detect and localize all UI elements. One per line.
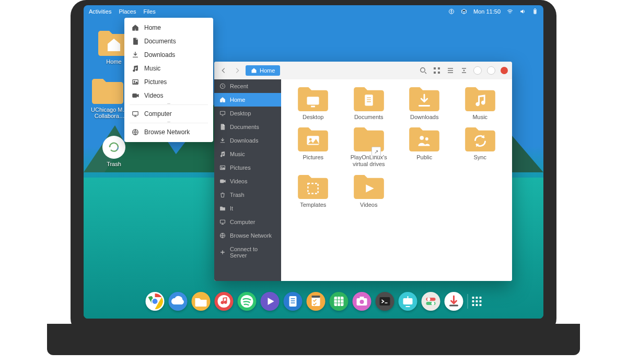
dock-video[interactable] xyxy=(261,292,280,311)
desktop-icon-trash[interactable]: Trash xyxy=(102,136,125,167)
sidebar-item-desktop[interactable]: Desktop xyxy=(214,107,281,120)
svg-rect-39 xyxy=(403,298,413,304)
sidebar-item-recent[interactable]: Recent xyxy=(214,79,281,93)
places-item-label: Browse Network xyxy=(144,128,190,136)
hamburger-menu-button[interactable] xyxy=(460,66,468,75)
sidebar-item-label: Documents xyxy=(230,124,259,130)
folder-label: Documents xyxy=(354,114,384,121)
dock-tasks[interactable] xyxy=(307,292,326,311)
sidebar-item-pictures[interactable]: Pictures xyxy=(214,161,281,174)
nav-forward-button[interactable] xyxy=(232,65,242,76)
home-icon xyxy=(132,24,139,31)
trash-icon xyxy=(219,192,226,198)
folder-sync[interactable]: Sync xyxy=(452,126,508,168)
folder-playonlinux-s-virtual-drives[interactable]: PlayOnLinux's virtual drives xyxy=(341,126,397,168)
folder-videos[interactable]: Videos xyxy=(341,173,397,208)
folder-label: Music xyxy=(472,114,487,121)
battery-icon[interactable] xyxy=(532,8,538,15)
places-item-label: Pictures xyxy=(144,78,167,86)
places-item-downloads[interactable]: Downloads xyxy=(124,48,213,62)
sidebar-item-label: Desktop xyxy=(230,110,251,116)
window-maximize-button[interactable] xyxy=(487,66,495,75)
dock-terminal[interactable] xyxy=(376,292,394,311)
sidebar-item-connect-to-server[interactable]: Connect to Server xyxy=(214,242,281,262)
folder-label: Downloads xyxy=(410,114,438,121)
dock-camera[interactable] xyxy=(353,292,371,311)
dock-document[interactable] xyxy=(284,292,303,311)
svg-rect-37 xyxy=(360,297,364,299)
folder-label: Videos xyxy=(360,202,377,208)
home-icon xyxy=(251,67,257,74)
view-grid-button[interactable] xyxy=(433,66,441,75)
svg-rect-15 xyxy=(434,72,436,74)
accessibility-icon[interactable] xyxy=(448,8,455,15)
nav-back-button[interactable] xyxy=(218,65,229,76)
dock-software[interactable] xyxy=(399,292,417,311)
pathbar-home-chip[interactable]: Home xyxy=(246,65,280,76)
topbar-activities[interactable]: Activities xyxy=(89,8,111,15)
svg-rect-10 xyxy=(535,8,536,9)
dock-spreadsheet[interactable] xyxy=(330,292,349,311)
places-item-pictures[interactable]: Pictures xyxy=(124,75,213,89)
sidebar-item-browse-network[interactable]: Browse Network xyxy=(214,229,281,242)
dock-cloud[interactable] xyxy=(169,292,188,311)
dock-spotify[interactable] xyxy=(238,292,257,311)
places-item-label: Downloads xyxy=(144,51,175,58)
dock-settings[interactable] xyxy=(422,292,440,311)
folder-pictures[interactable]: Pictures xyxy=(285,126,341,168)
doc-icon xyxy=(132,38,139,45)
svg-point-36 xyxy=(360,300,364,304)
svg-rect-20 xyxy=(365,95,373,105)
dock-apps-grid[interactable] xyxy=(472,297,482,306)
video-icon xyxy=(219,178,226,184)
video-icon xyxy=(132,92,139,99)
sidebar-item-label: Downloads xyxy=(230,137,258,144)
view-list-button[interactable] xyxy=(446,66,455,75)
window-minimize-button[interactable] xyxy=(473,66,482,75)
desktop-icon-label: Trash xyxy=(102,161,125,167)
desktop-icon-folder[interactable]: UChicago M… Collabora… xyxy=(91,77,129,119)
topbar-files[interactable]: Files xyxy=(143,8,155,15)
sidebar-item-computer[interactable]: Computer xyxy=(214,215,281,229)
dock-music[interactable] xyxy=(215,292,234,311)
window-close-button[interactable] xyxy=(501,67,508,74)
volume-icon[interactable] xyxy=(519,8,526,15)
folder-desktop[interactable]: Desktop xyxy=(285,86,341,121)
folder-documents[interactable]: Documents xyxy=(341,86,397,121)
folder-public[interactable]: Public xyxy=(397,126,452,168)
folder-label: Templates xyxy=(300,202,326,208)
sidebar-item-videos[interactable]: Videos xyxy=(214,174,281,188)
clock-icon xyxy=(219,83,226,89)
places-item-documents[interactable]: Documents xyxy=(124,34,213,48)
folder-music[interactable]: Music xyxy=(452,86,508,121)
sidebar-item-home[interactable]: Home xyxy=(214,93,281,107)
sidebar-item-trash[interactable]: Trash xyxy=(214,188,281,202)
svg-point-28 xyxy=(152,298,158,304)
sidebar-item-downloads[interactable]: Downloads xyxy=(214,134,281,147)
wifi-icon[interactable] xyxy=(507,8,513,15)
folder-downloads[interactable]: Downloads xyxy=(397,86,452,121)
dock-chrome[interactable] xyxy=(146,292,165,311)
places-item-music[interactable]: Music xyxy=(124,62,213,75)
svg-rect-11 xyxy=(535,10,536,14)
sidebar-item-documents[interactable]: Documents xyxy=(214,120,281,134)
svg-point-17 xyxy=(463,70,465,72)
top-bar: Activities Places Files Mon 11:50 xyxy=(84,5,543,18)
sidebar-item-label: Computer xyxy=(230,219,255,225)
folder-templates[interactable]: Templates xyxy=(285,173,341,208)
folder-icon xyxy=(219,205,226,212)
dock-files[interactable] xyxy=(192,292,211,311)
picture-icon xyxy=(219,165,226,171)
topbar-clock[interactable]: Mon 11:50 xyxy=(473,8,501,15)
places-item-home[interactable]: Home xyxy=(124,21,213,34)
places-item-browse-network[interactable]: Browse Network xyxy=(124,125,213,139)
dock-transmission[interactable] xyxy=(445,292,463,311)
svg-rect-16 xyxy=(438,72,440,74)
sidebar-item-music[interactable]: Music xyxy=(214,147,281,161)
sidebar-item-it[interactable]: It xyxy=(214,202,281,215)
computer-icon xyxy=(132,110,139,118)
places-item-label: Computer xyxy=(144,110,172,118)
package-icon[interactable] xyxy=(461,8,467,15)
topbar-places[interactable]: Places xyxy=(119,8,136,15)
search-button[interactable] xyxy=(419,66,427,75)
